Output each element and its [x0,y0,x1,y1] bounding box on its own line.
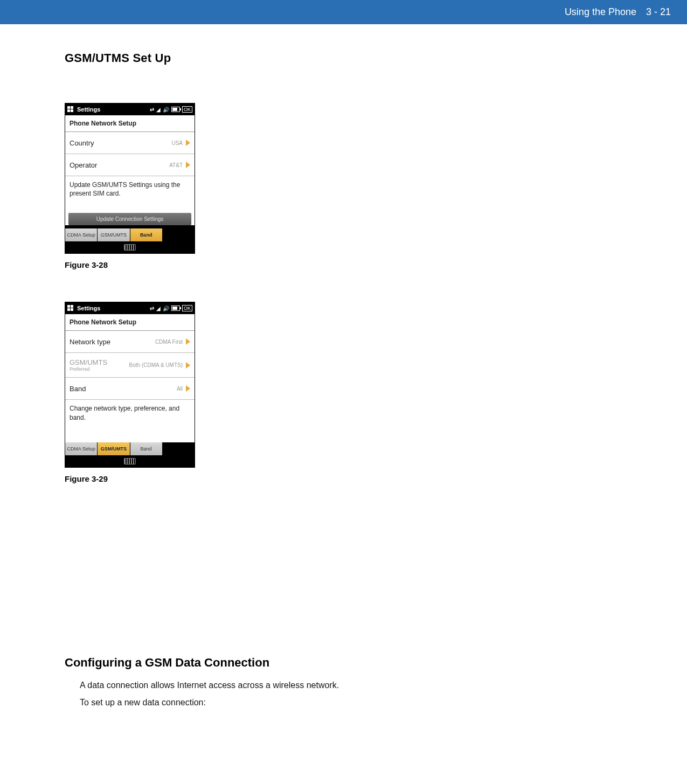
keyboard-icon[interactable] [124,244,136,251]
header-section: Using the Phone [565,6,636,18]
tab-cdma-setup[interactable]: CDMA Setup [65,442,98,455]
svg-rect-1 [71,106,73,109]
row-gsm-preferred-label: GSM/UMTS Preferred [70,358,129,372]
volume-icon: 🔊 [163,107,169,113]
screen-title: Phone Network Setup [65,314,195,331]
row-band-value: All [177,386,183,392]
svg-rect-0 [67,106,70,109]
page-title: GSM/UTMS Set Up [65,51,550,65]
row-network-type[interactable]: Network type CDMA First [65,331,195,353]
phone-status-bar: Settings ⇄ ◢ 🔊 OK [65,103,195,115]
figure-caption-1: Figure 3-28 [65,260,550,269]
tab-bar: CDMA Setup GSM/UMTS Band [65,442,195,455]
signal-icon: ◢ [156,107,161,113]
screen-description: Update GSM/UMTS Settings using the prese… [65,176,195,213]
section-heading: Configuring a GSM Data Connection [65,656,550,670]
tab-band[interactable]: Band [130,228,163,241]
status-bar-title: Settings [77,305,100,311]
chevron-right-icon [186,385,190,392]
page-header: Using the Phone 3 - 21 [0,0,687,24]
tab-bar: CDMA Setup GSM/UMTS Band [65,228,195,241]
row-network-type-value: CDMA First [155,339,183,345]
row-operator[interactable]: Operator AT&T [65,154,195,176]
svg-rect-7 [71,308,73,311]
sync-icon: ⇄ [150,107,154,113]
soft-key-bar [65,455,195,467]
row-gsm-preferred-value: Both (CDMA & UMTS) [129,362,183,368]
update-connection-button[interactable]: Update Connection Settings [68,213,191,225]
row-band[interactable]: Band All [65,378,195,400]
screen-title: Phone Network Setup [65,115,195,132]
ok-button[interactable]: OK [182,305,192,311]
volume-icon: 🔊 [163,306,169,311]
phone-screenshot-2: Settings ⇄ ◢ 🔊 OK Phone Network Setup Ne… [65,302,195,467]
header-page-number: 3 - 21 [646,6,671,18]
figure-caption-2: Figure 3-29 [65,474,550,483]
tab-gsm-umts[interactable]: GSM/UMTS [98,228,130,241]
row-operator-label: Operator [70,161,169,169]
svg-rect-6 [67,308,70,311]
row-network-type-label: Network type [70,338,155,346]
body-paragraph-1: A data connection allows Internet access… [80,681,550,690]
tab-gsm-umts[interactable]: GSM/UMTS [98,442,130,455]
row-band-label: Band [70,385,177,393]
sync-icon: ⇄ [150,306,154,311]
row-gsm-preferred[interactable]: GSM/UMTS Preferred Both (CDMA & UMTS) [65,353,195,378]
chevron-right-icon [186,362,190,369]
row-country[interactable]: Country USA [65,132,195,154]
ok-button[interactable]: OK [182,106,192,113]
svg-rect-2 [67,109,70,112]
keyboard-icon[interactable] [124,458,136,464]
soft-key-bar [65,241,195,253]
windows-icon [67,305,74,311]
battery-icon [171,107,180,112]
windows-icon [67,106,74,113]
battery-icon [171,306,180,311]
body-paragraph-2: To set up a new data connection: [80,698,550,707]
svg-rect-3 [71,109,73,112]
status-bar-title: Settings [77,106,100,113]
chevron-right-icon [186,338,190,345]
svg-rect-4 [67,305,70,308]
screen-description: Change network type, preference, and ban… [65,400,195,442]
tab-cdma-setup[interactable]: CDMA Setup [65,228,98,241]
phone-screenshot-1: Settings ⇄ ◢ 🔊 OK Phone Network Setup Co… [65,103,195,254]
chevron-right-icon [186,140,190,146]
row-country-value: USA [171,140,183,146]
phone-status-bar: Settings ⇄ ◢ 🔊 OK [65,302,195,314]
tab-band[interactable]: Band [130,442,163,455]
svg-rect-5 [71,305,73,308]
row-country-label: Country [70,139,171,147]
row-operator-value: AT&T [169,162,183,168]
chevron-right-icon [186,162,190,168]
signal-icon: ◢ [156,306,161,311]
